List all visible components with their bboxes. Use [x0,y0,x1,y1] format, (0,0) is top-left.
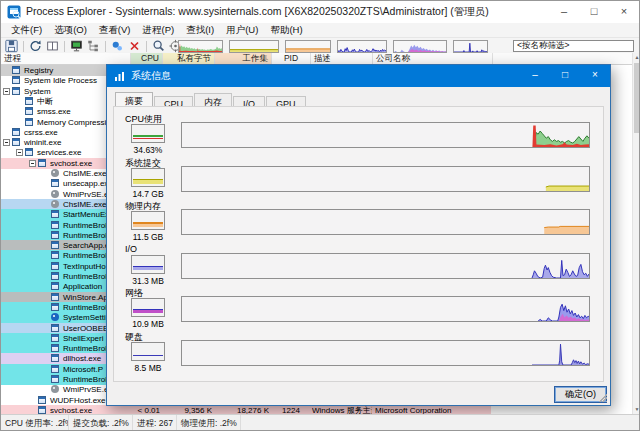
gauge-io [131,255,165,274]
dialog-close-button[interactable]: × [580,65,610,87]
toolbar-graph-mini_cpu[interactable] [178,40,223,53]
section-io: I/O31.3 MB [107,244,610,286]
filter-input[interactable] [513,40,634,52]
process-name: Registry [24,66,53,75]
column-header-4[interactable]: PID [272,53,311,64]
gauge-bar [133,310,163,313]
process-icon [51,272,59,280]
gauge-bar [133,355,163,357]
minimize-button[interactable]: – [549,1,579,23]
tree-expander[interactable] [3,88,10,95]
process-icon [38,406,46,414]
process-icon [51,365,59,373]
process-icon [51,313,59,321]
process-name: ShellExperi [63,334,103,343]
process-icon [25,97,33,105]
save-button[interactable] [3,39,20,54]
column-header-0[interactable]: 进程 [1,53,131,64]
process-icon [51,251,59,259]
process-name: RuntimeBrok [63,303,109,312]
section-net: 网络10.9 MB [107,287,610,329]
menu-item-5[interactable]: 用户(U) [220,24,264,37]
maximize-button[interactable]: □ [579,1,609,23]
find-handle-button[interactable] [150,39,167,54]
process-icon [51,282,59,290]
process-icon [12,87,20,95]
toolbar-graph-mini_net[interactable] [393,40,447,53]
history-graph-commit[interactable] [181,166,590,192]
process-row-svchost[interactable]: svchost.exe < 0.01 9,356 K 18,276 K 1224… [1,405,491,414]
scroll-up-arrow[interactable]: ▲ [633,53,640,62]
process-name: ChsIME.exe [63,200,107,209]
column-header-5[interactable]: 描述 [311,53,373,64]
process-name: WmiPrvSE.ex [63,385,112,394]
toolbar-graph-mini_mem[interactable] [285,40,331,53]
column-header-3[interactable]: 工作集 [215,53,272,64]
column-header-1[interactable]: CPU [131,53,163,64]
dialog-icon [114,70,126,82]
process-name: wininit.exe [24,138,61,147]
tree-expander[interactable] [3,139,10,146]
toolbar-separator [146,41,147,52]
toolbar [1,37,639,53]
titlebar[interactable]: Process Explorer - Sysinternals: www.sys… [1,1,639,23]
process-icon [12,138,20,146]
section-label: I/O [125,244,137,254]
tree-expander[interactable] [16,149,23,156]
toolbar-graph-mini_io[interactable] [337,40,387,53]
vertical-scrollbar[interactable]: ▲ ▼ [632,53,640,414]
process-name: WinStore.Ap [63,293,108,302]
dialog-maximize-button[interactable]: □ [550,65,580,87]
refresh-button[interactable] [27,39,44,54]
process-name: Memory Compressi [37,118,106,127]
properties-button[interactable] [109,39,126,54]
process-explorer-window: Process Explorer - Sysinternals: www.sys… [0,0,640,431]
scrollbar-thumb[interactable] [634,63,640,133]
gauge-bar [133,224,163,227]
menu-item-4[interactable]: 查找(I) [180,24,220,37]
section-value: 31.3 MB [109,276,187,286]
history-graph-io[interactable] [181,253,590,279]
column-header-2[interactable]: 私有字节 [163,53,215,64]
process-name: System [24,87,51,96]
process-icon [12,128,20,136]
process-icon [38,159,46,167]
gauge-bar [133,138,163,139]
dialog-title: 系统信息 [131,69,520,83]
process-name: RuntimeBrok [63,251,109,260]
process-icon [51,354,59,362]
toolbar-graph-mini_commit[interactable] [229,40,279,53]
menu-item-0[interactable]: 文件(F) [5,24,48,37]
process-tree-button[interactable] [85,39,102,54]
process-name: RuntimeBrok [63,375,109,384]
column-header-6[interactable]: 公司名称 [373,53,493,64]
scroll-down-arrow[interactable]: ▼ [633,405,640,414]
menu-item-2[interactable]: 查看(V) [93,24,137,37]
process-icon [51,169,59,177]
kill-process-button[interactable] [126,39,143,54]
tree-expander[interactable] [29,160,36,167]
process-name: RuntimeBrok [63,344,109,353]
section-mem: 物理内存11.5 GB [107,200,610,242]
toolbar-buttons [3,38,184,54]
menu-item-1[interactable]: 选项(O) [48,24,93,37]
menu-item-3[interactable]: 进程(P) [137,24,181,37]
gauge-bar [133,135,163,137]
history-graph-net[interactable] [181,296,590,322]
toolbar-graph-mini_disk[interactable] [453,40,488,53]
columns-button[interactable] [44,39,61,54]
system-information-button[interactable] [68,39,85,54]
toolbar-separator [105,41,106,52]
history-graph-mem[interactable] [181,209,590,235]
dialog-minimize-button[interactable]: – [520,65,550,87]
process-name: WmiPrvSE.ex [63,190,112,199]
close-button[interactable]: × [609,1,639,23]
resize-grip[interactable] [598,393,607,402]
dialog-titlebar[interactable]: 系统信息 – □ × [107,65,610,87]
gauge-net [131,298,165,317]
process-name: Application [63,282,102,291]
menu-item-6[interactable]: 帮助(H) [264,24,308,37]
process-icon [25,118,33,126]
history-graph-disk[interactable] [181,340,590,366]
history-graph-cpu[interactable] [181,122,590,148]
